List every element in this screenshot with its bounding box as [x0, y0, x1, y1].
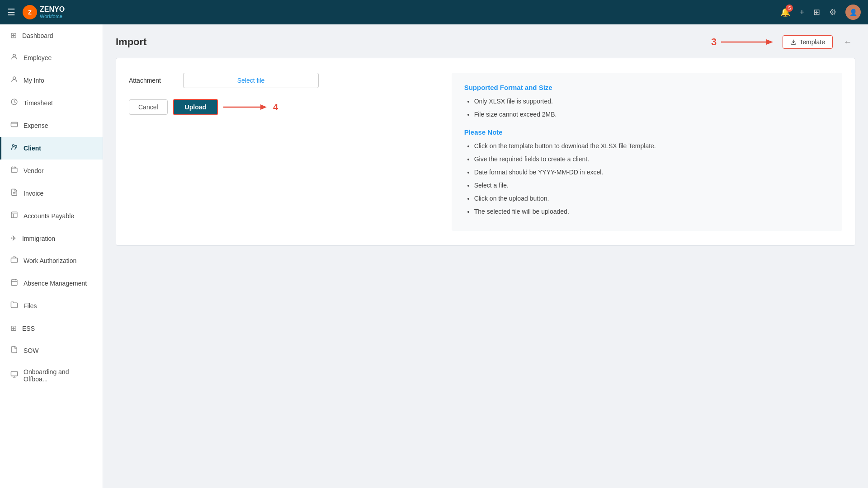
onboarding-icon [10, 371, 18, 380]
sidebar-label-work-authorization: Work Authorization [24, 257, 76, 264]
sidebar-label-sow: SOW [24, 347, 38, 354]
svg-rect-10 [11, 212, 17, 218]
sidebar-label-client: Client [24, 145, 41, 152]
sidebar-label-accounts-payable: Accounts Payable [24, 212, 74, 220]
import-card: Attachment Select file Cancel Upload 4 [116, 58, 855, 246]
sidebar: ⊞ Dashboard Employee My Info Timesheet [0, 24, 103, 488]
svg-rect-7 [11, 168, 17, 172]
import-left: Attachment Select file Cancel Upload 4 [129, 73, 434, 231]
svg-marker-22 [766, 39, 773, 45]
top-nav: ☰ Z ZENYO Workforce 🔔 5 + ⊞ ⚙ 👤 [0, 0, 868, 24]
svg-rect-3 [11, 122, 17, 127]
format-title: Supported Format and Size [464, 84, 830, 91]
sidebar-label-onboarding: Onboarding and Offboa... [24, 368, 94, 383]
sidebar-label-dashboard: Dashboard [22, 32, 53, 39]
sidebar-item-accounts-payable[interactable]: Accounts Payable [0, 205, 103, 227]
sidebar-item-work-authorization[interactable]: Work Authorization [0, 249, 103, 272]
note-item-0: Click on the template button to download… [474, 141, 830, 151]
invoice-icon [10, 188, 18, 198]
sidebar-item-employee[interactable]: Employee [0, 47, 103, 69]
sidebar-item-dashboard[interactable]: ⊞ Dashboard [0, 24, 103, 47]
exit-icon[interactable]: ← [840, 36, 855, 49]
sidebar-item-client[interactable]: Client [0, 137, 103, 160]
settings-btn[interactable]: ⚙ [829, 7, 836, 17]
sidebar-item-onboarding[interactable]: Onboarding and Offboa... [0, 362, 103, 389]
template-btn-label: Template [799, 38, 825, 46]
page-title: Import [116, 36, 146, 48]
header-right: 3 Template ← [711, 35, 855, 49]
svg-point-1 [13, 77, 16, 80]
step-arrow [721, 37, 775, 47]
immigration-icon: ✈ [10, 234, 17, 243]
note-item-5: The selected file will be uploaded. [474, 207, 830, 216]
avatar[interactable]: 👤 [845, 5, 861, 20]
work-auth-icon [10, 256, 18, 266]
logo-name: ZENYO [40, 5, 65, 14]
import-right: Supported Format and Size Only XLSX file… [452, 73, 842, 231]
sidebar-item-timesheet[interactable]: Timesheet [0, 92, 103, 114]
absence-mgmt-icon [10, 278, 18, 288]
page-header: Import 3 Template ← [116, 35, 855, 49]
please-note-title: Please Note [464, 128, 830, 136]
files-icon [10, 301, 18, 311]
dashboard-icon: ⊞ [10, 31, 17, 40]
template-button[interactable]: Template [783, 35, 833, 49]
main-content: Import 3 Template ← [103, 24, 868, 488]
sidebar-item-vendor[interactable]: Vendor [0, 160, 103, 182]
notification-badge: 5 [786, 5, 793, 12]
sidebar-item-absence-management[interactable]: Absence Management [0, 272, 103, 295]
notification-btn[interactable]: 🔔 5 [780, 7, 790, 17]
logo: Z ZENYO Workforce [23, 5, 65, 19]
grid-btn[interactable]: ⊞ [813, 7, 820, 17]
sidebar-label-employee: Employee [24, 54, 52, 61]
sidebar-item-files[interactable]: Files [0, 295, 103, 317]
top-nav-actions: 🔔 5 + ⊞ ⚙ 👤 [780, 5, 861, 20]
sidebar-label-absence-management: Absence Management [24, 280, 87, 287]
upload-arrow-icon [223, 102, 269, 113]
note-list: Click on the template button to download… [464, 141, 830, 216]
sidebar-label-timesheet: Timesheet [24, 99, 53, 107]
sidebar-item-sow[interactable]: SOW [0, 339, 103, 362]
upload-button[interactable]: Upload [173, 99, 218, 115]
step-number: 3 [711, 36, 717, 48]
ess-icon: ⊞ [10, 324, 17, 333]
sow-icon [10, 346, 18, 356]
step-4-label: 4 [273, 102, 278, 113]
logo-icon: Z [23, 5, 37, 19]
sidebar-label-myinfo: My Info [24, 77, 44, 84]
hamburger-icon[interactable]: ☰ [7, 7, 15, 18]
arrow-icon [721, 37, 775, 47]
svg-marker-25 [260, 104, 267, 110]
svg-point-0 [13, 54, 16, 57]
add-btn[interactable]: + [799, 8, 804, 17]
cancel-button[interactable]: Cancel [129, 99, 168, 115]
sidebar-item-myinfo[interactable]: My Info [0, 69, 103, 92]
note-item-2: Date format should be YYYY-MM-DD in exce… [474, 168, 830, 177]
sidebar-item-immigration[interactable]: ✈ Immigration [0, 227, 103, 249]
svg-point-5 [12, 145, 14, 146]
svg-rect-14 [11, 280, 17, 286]
note-item-4: Click on the upload button. [474, 194, 830, 203]
note-item-1: Give the required fields to create a cli… [474, 155, 830, 164]
svg-point-6 [15, 145, 17, 147]
format-item-0: Only XLSX file is supported. [474, 97, 830, 106]
sidebar-label-expense: Expense [24, 122, 48, 129]
myinfo-icon [10, 75, 18, 85]
format-list: Only XLSX file is supported. File size c… [464, 97, 830, 119]
btn-row: Cancel Upload 4 [129, 99, 434, 115]
sidebar-label-immigration: Immigration [22, 235, 55, 242]
step-indicator: 3 [711, 36, 775, 48]
timesheet-icon [10, 98, 18, 108]
attachment-label: Attachment [129, 77, 174, 84]
logo-sub: Workforce [40, 14, 65, 19]
sidebar-item-expense[interactable]: Expense [0, 114, 103, 137]
svg-rect-13 [11, 258, 17, 263]
sidebar-label-ess: ESS [22, 325, 35, 332]
sidebar-item-ess[interactable]: ⊞ ESS [0, 317, 103, 339]
employee-icon [10, 53, 18, 63]
client-icon [10, 143, 18, 153]
file-input[interactable]: Select file [183, 73, 319, 88]
vendor-icon [10, 166, 18, 176]
note-item-3: Select a file. [474, 181, 830, 190]
sidebar-item-invoice[interactable]: Invoice [0, 182, 103, 205]
